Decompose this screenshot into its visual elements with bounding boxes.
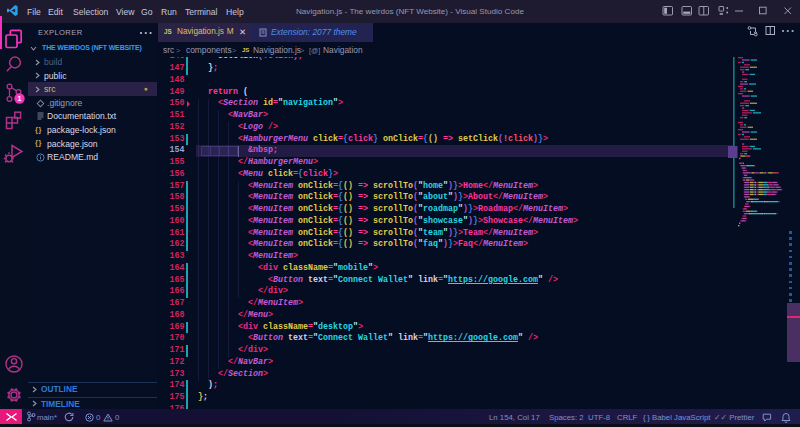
- svg-text:1: 1: [18, 95, 22, 102]
